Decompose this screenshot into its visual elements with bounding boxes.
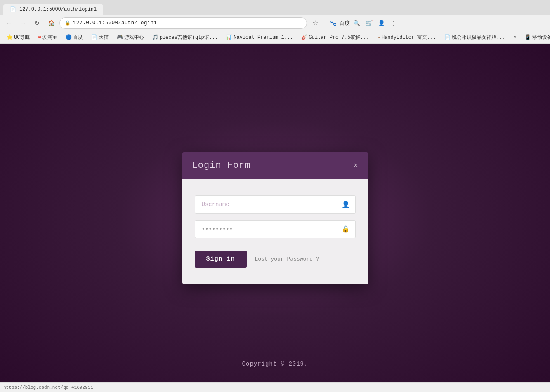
avatar-button[interactable]: 👤 [375,17,387,29]
bookmark-handy-label: HandyEditor 富文... [382,34,436,41]
bookmark-baidu-icon: 🔵 [66,34,72,40]
password-input[interactable] [195,220,356,238]
bookmark-game-icon: 🎮 [117,34,123,40]
bookmark-navicat[interactable]: 📊 Navicat Premium 1... [223,33,296,42]
username-group: 👤 [195,195,356,214]
bookmark-mobile-label: 移动设备书签 [532,34,550,41]
bookmark-guitar[interactable]: 🎸 Guitar Pro 7.5破解... [298,33,372,42]
menu-button[interactable]: ⋮ [388,17,399,29]
password-group: 🔒 [195,220,356,238]
status-url: https://blog.csdn.net/qq_41692931 [3,385,93,390]
bookmark-navicat-icon: 📊 [226,34,232,40]
user-icon: 👤 [342,200,350,209]
sign-in-button[interactable]: Sign in [195,251,247,268]
login-modal: Login Form × 👤 🔒 Sign in Lost your Passw… [182,152,368,284]
bookmark-star-button[interactable]: ☆ [309,17,321,29]
bookmark-more-label: » [514,35,517,40]
modal-header: Login Form × [182,152,368,179]
tab-favicon: 📄 [10,6,16,12]
bookmark-mobile-icon: 📱 [525,34,531,40]
bookmark-bar: ⭐ UC导航 ❤ 爱淘宝 🔵 百度 📄 天猫 🎮 游戏中心 🎵 pieces吉他… [0,31,550,44]
tab-title: 127.0.0.1:5000/auth/login1 [19,7,97,12]
bookmark-pieces-label: pieces吉他谱(gtp谱... [160,34,218,41]
browser-actions: 🐾 百度 🔍 🛒 👤 ⋮ [327,17,399,29]
bookmark-guitar-icon: 🎸 [301,34,307,40]
bookmark-tmall-label: 天猫 [99,34,109,41]
lock-icon: 🔒 [342,225,350,233]
copyright-text: Copyright © 2019. [242,361,308,367]
bookmark-taobao-icon: ❤ [38,34,41,40]
lost-password-link[interactable]: Lost your Password ? [255,256,319,262]
home-button[interactable]: 🏠 [45,17,57,29]
bookmark-guitar-label: Guitar Pro 7.5破解... [309,34,369,41]
username-input[interactable] [195,195,356,214]
search-label: 百度 [339,19,350,27]
forward-button[interactable]: → [17,17,29,29]
bookmark-handy[interactable]: ✏️ HandyEditor 富文... [374,33,439,42]
bookmark-handy-icon: ✏️ [378,34,380,40]
tab-bar: 📄 127.0.0.1:5000/auth/login1 [0,0,550,15]
modal-close-button[interactable]: × [354,162,358,169]
bookmark-tmall-icon: 📄 [91,34,97,40]
bookmark-uc-icon: ⭐ [7,34,13,40]
bookmark-night[interactable]: 📄 晚会相识极品女神脂... [441,33,509,42]
back-button[interactable]: ← [3,17,15,29]
bookmark-game-label: 游戏中心 [124,34,144,41]
search-button[interactable]: 🔍 [351,17,362,29]
bookmark-baidu[interactable]: 🔵 百度 [62,33,86,42]
bookmark-more[interactable]: » [510,33,520,42]
browser-chrome: 📄 127.0.0.1:5000/auth/login1 ← → ↻ 🏠 🔒 1… [0,0,550,44]
bookmark-taobao-label: 爱淘宝 [42,34,57,41]
bookmark-taobao[interactable]: ❤ 爱淘宝 [35,33,60,42]
toolbar: ← → ↻ 🏠 🔒 127.0.0.1:5000/auth/login1 ☆ 🐾… [0,15,550,31]
bookmark-navicat-label: Navicat Premium 1... [234,35,293,40]
refresh-button[interactable]: ↻ [31,17,43,29]
page-content: Login Form × 👤 🔒 Sign in Lost your Passw… [0,44,550,392]
address-bar[interactable]: 🔒 127.0.0.1:5000/auth/login1 [59,17,307,29]
bookmark-uc-label: UC导航 [14,34,30,41]
bookmark-tmall[interactable]: 📄 天猫 [88,33,112,42]
bookmark-game[interactable]: 🎮 游戏中心 [113,33,147,42]
paw-button[interactable]: 🐾 [327,17,338,29]
address-lock-icon: 🔒 [65,20,71,26]
active-tab[interactable]: 📄 127.0.0.1:5000/auth/login1 [3,4,103,15]
bookmark-night-label: 晚会相识极品女神脂... [452,34,505,41]
form-actions: Sign in Lost your Password ? [195,251,356,268]
bookmark-baidu-label: 百度 [73,34,83,41]
bookmark-pieces[interactable]: 🎵 pieces吉他谱(gtp谱... [149,33,222,42]
address-text: 127.0.0.1:5000/auth/login1 [73,20,157,26]
bookmark-pieces-icon: 🎵 [152,34,158,40]
modal-body: 👤 🔒 Sign in Lost your Password ? [182,179,368,284]
bookmark-mobile[interactable]: 📱 移动设备书签 [522,33,550,42]
cart-button[interactable]: 🛒 [363,17,375,29]
modal-title: Login Form [192,160,251,171]
bookmark-night-icon: 📄 [444,34,451,40]
bookmark-uc[interactable]: ⭐ UC导航 [3,33,33,42]
status-bar: https://blog.csdn.net/qq_41692931 [0,382,550,392]
